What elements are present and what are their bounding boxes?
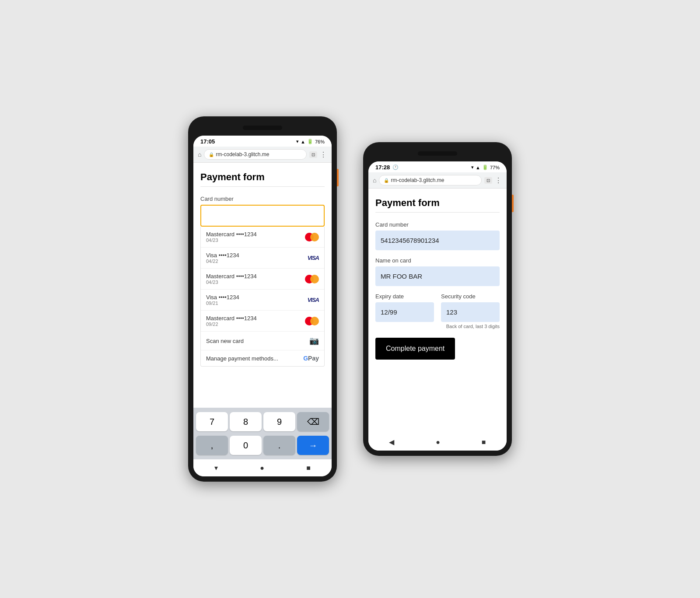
mc-right-circle: [310, 275, 319, 283]
card-number-input[interactable]: [200, 205, 325, 227]
card-expiry-2: 04/22: [206, 259, 239, 264]
signal-icon: ▲: [301, 139, 305, 144]
list-item[interactable]: Visa ••••1234 04/22 VISA: [201, 248, 324, 269]
security-hint: Back of card, last 3 digits: [375, 324, 500, 329]
gpay-icon: G Pay: [303, 355, 319, 362]
list-item[interactable]: Mastercard ••••1234 04/23: [201, 227, 324, 248]
key-comma[interactable]: ,: [196, 436, 228, 455]
nav-back-icon[interactable]: ▾: [214, 464, 218, 472]
mastercard-logo-1: [305, 233, 319, 241]
lock-icon: 🔒: [209, 152, 214, 157]
right-url-box[interactable]: 🔒 rm-codelab-3.glitch.me: [379, 175, 482, 185]
right-divider: [375, 212, 500, 213]
right-system-nav: ◀ ● ■: [368, 434, 507, 451]
right-phone-body: 17:28 🕐 ▾ ▲ 🔋 77% ⌂ 🔒 rm-codelab-3.glitc…: [363, 142, 512, 456]
home-icon[interactable]: ⌂: [198, 151, 201, 158]
key-dot[interactable]: .: [263, 436, 295, 455]
camera-icon: 📷: [309, 336, 319, 346]
right-notch: [418, 151, 457, 156]
nav-back-icon[interactable]: ◀: [389, 438, 394, 446]
lock-icon: 🔒: [384, 178, 389, 183]
visa-text: VISA: [308, 255, 319, 261]
complete-payment-button[interactable]: Complete payment: [375, 338, 455, 360]
left-screen: 17:05 ▾ ▲ 🔋 76% ⌂ 🔒 rm-codelab-3.glitch.…: [193, 136, 332, 476]
left-time: 17:05: [200, 138, 215, 145]
battery-icon: 🔋: [482, 164, 488, 170]
list-item[interactable]: Mastercard ••••1234 04/23: [201, 269, 324, 290]
manage-label: Manage payment methods...: [206, 355, 278, 362]
key-9[interactable]: 9: [263, 412, 295, 431]
nav-recents-icon[interactable]: ■: [306, 464, 311, 472]
card-info-5: Mastercard ••••1234 09/22: [206, 315, 257, 327]
clock-icon: 🕐: [392, 164, 399, 170]
right-page-title: Payment form: [375, 197, 500, 209]
list-item[interactable]: Visa ••••1234 09/21 VISA: [201, 290, 324, 311]
right-side-button: [512, 195, 514, 212]
security-code-input[interactable]: 123: [441, 302, 500, 322]
tab-switcher[interactable]: ⊡: [484, 177, 492, 184]
right-time: 17:28: [375, 164, 390, 171]
signal-icon: ▲: [476, 165, 480, 170]
tab-switcher[interactable]: ⊡: [309, 151, 317, 158]
keyboard-row-2: , 0 . →: [195, 435, 330, 456]
nav-recents-icon[interactable]: ■: [482, 438, 486, 446]
visa-logo-2: VISA: [308, 255, 319, 261]
scan-new-card-row[interactable]: Scan new card 📷: [201, 332, 324, 350]
card-info-4: Visa ••••1234 09/21: [206, 294, 239, 306]
right-status-icons: ▾ ▲ 🔋 77%: [471, 164, 500, 170]
key-next[interactable]: →: [297, 436, 329, 455]
g-letter: G: [303, 355, 308, 362]
left-url-text: rm-codelab-3.glitch.me: [216, 151, 269, 157]
keyboard-row-1: 7 8 9 ⌫: [195, 411, 330, 432]
battery-percent: 76%: [315, 139, 325, 144]
left-phone-body: 17:05 ▾ ▲ 🔋 76% ⌂ 🔒 rm-codelab-3.glitch.…: [188, 116, 337, 482]
home-icon[interactable]: ⌂: [373, 177, 376, 184]
menu-icon[interactable]: ⋮: [320, 150, 327, 159]
nav-home-icon[interactable]: ●: [260, 464, 264, 472]
expiry-date-input[interactable]: 12/99: [375, 302, 434, 322]
side-button: [337, 169, 339, 186]
key-backspace[interactable]: ⌫: [297, 412, 329, 431]
card-suggestions-list: Mastercard ••••1234 04/23 Visa ••••1234 …: [200, 227, 325, 367]
card-expiry-3: 04/23: [206, 280, 257, 285]
card-name-3: Mastercard ••••1234: [206, 273, 257, 280]
right-notch-area: [368, 147, 507, 160]
key-7[interactable]: 7: [196, 412, 228, 431]
left-status-icons: ▾ ▲ 🔋 76%: [296, 139, 325, 144]
left-page-title: Payment form: [200, 171, 325, 183]
card-expiry-4: 09/21: [206, 301, 239, 306]
list-item[interactable]: Mastercard ••••1234 09/22: [201, 311, 324, 332]
nav-home-icon[interactable]: ●: [436, 438, 440, 446]
right-card-number-input[interactable]: 5412345678901234: [375, 231, 500, 250]
right-phone: 17:28 🕐 ▾ ▲ 🔋 77% ⌂ 🔒 rm-codelab-3.glitc…: [363, 142, 512, 456]
left-system-nav: ▾ ● ■: [193, 459, 332, 476]
right-page-content: Payment form Card number 541234567890123…: [368, 189, 507, 434]
card-name-4: Visa ••••1234: [206, 294, 239, 301]
card-name-5: Mastercard ••••1234: [206, 315, 257, 322]
mastercard-logo-3: [305, 275, 319, 283]
name-on-card-input[interactable]: MR FOO BAR: [375, 266, 500, 286]
security-code-label: Security code: [441, 293, 500, 300]
right-card-number-label: Card number: [375, 221, 500, 228]
pay-text: Pay: [308, 355, 319, 362]
visa-text: VISA: [308, 297, 319, 303]
right-screen: 17:28 🕐 ▾ ▲ 🔋 77% ⌂ 🔒 rm-codelab-3.glitc…: [368, 161, 507, 451]
wifi-icon: ▾: [296, 139, 299, 144]
card-expiry-1: 04/23: [206, 238, 257, 243]
key-0[interactable]: 0: [230, 436, 262, 455]
key-8[interactable]: 8: [230, 412, 262, 431]
name-on-card-label: Name on card: [375, 257, 500, 264]
left-divider: [200, 186, 325, 187]
card-name-2: Visa ••••1234: [206, 252, 239, 259]
manage-payment-row[interactable]: Manage payment methods... G Pay: [201, 350, 324, 366]
left-page-content: Payment form Card number Mastercard ••••…: [193, 163, 332, 408]
expiry-date-label: Expiry date: [375, 293, 434, 300]
left-url-box[interactable]: 🔒 rm-codelab-3.glitch.me: [204, 149, 307, 160]
mastercard-logo-5: [305, 317, 319, 325]
right-url-text: rm-codelab-3.glitch.me: [391, 177, 444, 183]
card-expiry-5: 09/22: [206, 322, 257, 327]
left-card-number-label: Card number: [200, 196, 325, 202]
card-info-2: Visa ••••1234 04/22: [206, 252, 239, 264]
card-info-1: Mastercard ••••1234 04/23: [206, 231, 257, 243]
menu-icon[interactable]: ⋮: [495, 176, 502, 185]
